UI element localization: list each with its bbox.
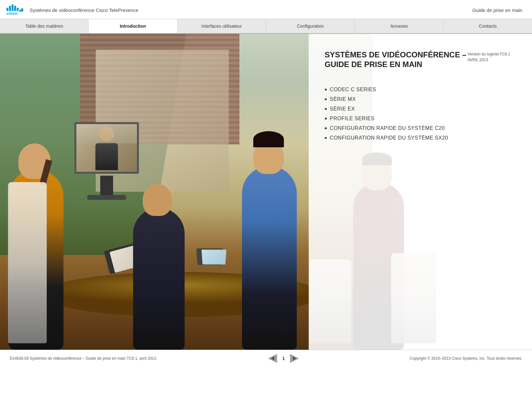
person-right-center bbox=[242, 131, 303, 350]
nav-item-table[interactable]: Table des matières bbox=[0, 19, 89, 33]
person-middle-left bbox=[133, 172, 191, 350]
footer-copyright: Copyright © 2010–2013 Cisco Systems, Inc… bbox=[410, 356, 522, 361]
svg-rect-5 bbox=[19, 10, 21, 12]
bullet-dot-1 bbox=[325, 89, 327, 91]
person-rc-body bbox=[242, 166, 297, 350]
page-footer: D14639.09 Systèmes de vidéoconférence – … bbox=[0, 350, 532, 367]
svg-rect-6 bbox=[21, 8, 23, 12]
bullet-dot-5 bbox=[325, 127, 327, 129]
controller-screen bbox=[202, 249, 227, 264]
bullet-dot-3 bbox=[325, 108, 327, 110]
person-mid-left-body bbox=[133, 208, 185, 350]
prev-page-button[interactable] bbox=[268, 354, 277, 363]
nav-item-interfaces[interactable]: Interfaces utilisateur bbox=[178, 19, 266, 33]
cisco-logo-bars: cisco. bbox=[6, 5, 23, 15]
page-number: 1 bbox=[282, 356, 285, 361]
feature-list: CODEC C SERIES SÉRIE MX SÉRIE EX PROFILE… bbox=[325, 85, 516, 143]
bullet-item-2: SÉRIE MX bbox=[325, 94, 516, 104]
svg-rect-4 bbox=[17, 8, 19, 11]
bullet-item-6: CONFIGURATION RAPIDE DU SYSTÈME SX20 bbox=[325, 133, 516, 143]
person-mid-left-head bbox=[143, 184, 172, 216]
footer-pagination: 1 bbox=[268, 354, 299, 363]
footer-left-text: D14639.09 Systèmes de vidéoconférence – … bbox=[10, 356, 157, 361]
chair-left bbox=[8, 182, 47, 343]
svg-text:cisco.: cisco. bbox=[6, 11, 18, 15]
svg-rect-0 bbox=[6, 8, 8, 11]
nav-item-annexes[interactable]: Annexes bbox=[355, 19, 443, 33]
nav-item-introduction[interactable]: Introduction bbox=[89, 19, 177, 33]
panel-version: Version du logiciel TC6.1 AVRIL 2013 bbox=[468, 51, 516, 63]
navigation-bar: Table des matières Introduction Interfac… bbox=[0, 19, 532, 34]
bullet-item-5: CONFIGURATION RAPIDE DU SYSTÈME C20 bbox=[325, 123, 516, 133]
nav-item-configuration[interactable]: Configuration bbox=[266, 19, 355, 33]
person-rc-hair bbox=[253, 131, 284, 147]
panel-title: SYSTÈMES DE VIDÉOCONFÉRENCE – GUIDE DE P… bbox=[325, 50, 467, 78]
bullet-dot-6 bbox=[325, 137, 327, 139]
bullet-item-1: CODEC C SERIES bbox=[325, 85, 516, 94]
bullet-dot-4 bbox=[325, 118, 327, 120]
svg-rect-1 bbox=[9, 6, 11, 11]
nav-item-contacts[interactable]: Contacts bbox=[444, 19, 532, 33]
info-panel: SYSTÈMES DE VIDÉOCONFÉRENCE – GUIDE DE P… bbox=[309, 34, 532, 350]
tv-stand bbox=[100, 176, 113, 195]
svg-marker-9 bbox=[293, 356, 296, 361]
page-header: cisco. Systèmes de vidéoconférence Cisco… bbox=[0, 0, 532, 19]
video-display bbox=[74, 122, 139, 174]
next-page-button[interactable] bbox=[290, 354, 299, 363]
panel-top-row: SYSTÈMES DE VIDÉOCONFÉRENCE – GUIDE DE P… bbox=[325, 50, 516, 78]
tv-screen bbox=[76, 124, 137, 172]
header-guide-title: Guide de prise en main bbox=[472, 7, 522, 13]
svg-marker-8 bbox=[271, 356, 274, 361]
header-left: cisco. Systèmes de vidéoconférence Cisco… bbox=[6, 5, 138, 15]
bullet-item-3: SÉRIE EX bbox=[325, 104, 516, 114]
main-content: SYSTÈMES DE VIDÉOCONFÉRENCE – GUIDE DE P… bbox=[0, 34, 532, 350]
header-subtitle: Systèmes de vidéoconférence Cisco TelePr… bbox=[30, 7, 138, 13]
tv-base bbox=[87, 195, 126, 200]
bullet-dot-2 bbox=[325, 98, 327, 100]
svg-rect-3 bbox=[14, 6, 16, 11]
svg-rect-2 bbox=[12, 5, 14, 11]
cisco-logo: cisco. bbox=[6, 5, 23, 15]
panel-title-text: SYSTÈMES DE VIDÉOCONFÉRENCE – GUIDE DE P… bbox=[325, 50, 467, 69]
bullet-item-4: PROFILE SERIES bbox=[325, 114, 516, 123]
